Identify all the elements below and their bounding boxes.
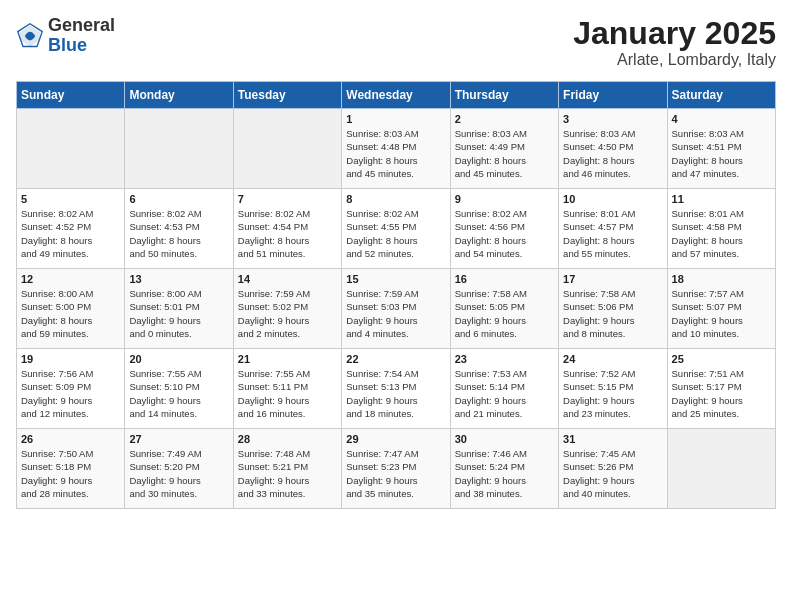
day-number: 9 bbox=[455, 193, 554, 205]
calendar-table: SundayMondayTuesdayWednesdayThursdayFrid… bbox=[16, 81, 776, 509]
day-info: Sunrise: 8:03 AM Sunset: 4:51 PM Dayligh… bbox=[672, 127, 771, 180]
day-number: 13 bbox=[129, 273, 228, 285]
weekday-header-tuesday: Tuesday bbox=[233, 82, 341, 109]
calendar-cell: 6Sunrise: 8:02 AM Sunset: 4:53 PM Daylig… bbox=[125, 189, 233, 269]
day-info: Sunrise: 7:49 AM Sunset: 5:20 PM Dayligh… bbox=[129, 447, 228, 500]
day-info: Sunrise: 7:58 AM Sunset: 5:06 PM Dayligh… bbox=[563, 287, 662, 340]
day-number: 3 bbox=[563, 113, 662, 125]
day-number: 4 bbox=[672, 113, 771, 125]
day-number: 20 bbox=[129, 353, 228, 365]
weekday-header-saturday: Saturday bbox=[667, 82, 775, 109]
weekday-header-friday: Friday bbox=[559, 82, 667, 109]
day-info: Sunrise: 8:02 AM Sunset: 4:56 PM Dayligh… bbox=[455, 207, 554, 260]
calendar-cell: 26Sunrise: 7:50 AM Sunset: 5:18 PM Dayli… bbox=[17, 429, 125, 509]
day-number: 7 bbox=[238, 193, 337, 205]
calendar-cell bbox=[125, 109, 233, 189]
day-info: Sunrise: 8:02 AM Sunset: 4:52 PM Dayligh… bbox=[21, 207, 120, 260]
day-info: Sunrise: 8:02 AM Sunset: 4:55 PM Dayligh… bbox=[346, 207, 445, 260]
day-info: Sunrise: 8:03 AM Sunset: 4:48 PM Dayligh… bbox=[346, 127, 445, 180]
day-info: Sunrise: 7:46 AM Sunset: 5:24 PM Dayligh… bbox=[455, 447, 554, 500]
calendar-cell: 29Sunrise: 7:47 AM Sunset: 5:23 PM Dayli… bbox=[342, 429, 450, 509]
weekday-header-monday: Monday bbox=[125, 82, 233, 109]
day-info: Sunrise: 7:57 AM Sunset: 5:07 PM Dayligh… bbox=[672, 287, 771, 340]
calendar-week-2: 5Sunrise: 8:02 AM Sunset: 4:52 PM Daylig… bbox=[17, 189, 776, 269]
calendar-cell: 7Sunrise: 8:02 AM Sunset: 4:54 PM Daylig… bbox=[233, 189, 341, 269]
logo-blue-text: Blue bbox=[48, 35, 87, 55]
day-info: Sunrise: 7:54 AM Sunset: 5:13 PM Dayligh… bbox=[346, 367, 445, 420]
day-info: Sunrise: 7:50 AM Sunset: 5:18 PM Dayligh… bbox=[21, 447, 120, 500]
calendar-cell: 3Sunrise: 8:03 AM Sunset: 4:50 PM Daylig… bbox=[559, 109, 667, 189]
day-number: 27 bbox=[129, 433, 228, 445]
day-number: 1 bbox=[346, 113, 445, 125]
calendar-cell: 23Sunrise: 7:53 AM Sunset: 5:14 PM Dayli… bbox=[450, 349, 558, 429]
day-number: 25 bbox=[672, 353, 771, 365]
calendar-cell: 15Sunrise: 7:59 AM Sunset: 5:03 PM Dayli… bbox=[342, 269, 450, 349]
day-info: Sunrise: 8:00 AM Sunset: 5:00 PM Dayligh… bbox=[21, 287, 120, 340]
day-info: Sunrise: 7:52 AM Sunset: 5:15 PM Dayligh… bbox=[563, 367, 662, 420]
day-number: 8 bbox=[346, 193, 445, 205]
day-number: 23 bbox=[455, 353, 554, 365]
day-number: 22 bbox=[346, 353, 445, 365]
calendar-cell: 17Sunrise: 7:58 AM Sunset: 5:06 PM Dayli… bbox=[559, 269, 667, 349]
day-number: 19 bbox=[21, 353, 120, 365]
logo-icon bbox=[16, 22, 44, 50]
day-info: Sunrise: 7:59 AM Sunset: 5:02 PM Dayligh… bbox=[238, 287, 337, 340]
weekday-header-wednesday: Wednesday bbox=[342, 82, 450, 109]
day-number: 30 bbox=[455, 433, 554, 445]
calendar-cell: 18Sunrise: 7:57 AM Sunset: 5:07 PM Dayli… bbox=[667, 269, 775, 349]
day-info: Sunrise: 7:58 AM Sunset: 5:05 PM Dayligh… bbox=[455, 287, 554, 340]
calendar-week-4: 19Sunrise: 7:56 AM Sunset: 5:09 PM Dayli… bbox=[17, 349, 776, 429]
day-number: 16 bbox=[455, 273, 554, 285]
logo: General Blue bbox=[16, 16, 115, 56]
day-info: Sunrise: 7:48 AM Sunset: 5:21 PM Dayligh… bbox=[238, 447, 337, 500]
logo-general-text: General bbox=[48, 15, 115, 35]
calendar-cell: 10Sunrise: 8:01 AM Sunset: 4:57 PM Dayli… bbox=[559, 189, 667, 269]
day-number: 24 bbox=[563, 353, 662, 365]
day-number: 5 bbox=[21, 193, 120, 205]
day-number: 15 bbox=[346, 273, 445, 285]
calendar-cell: 19Sunrise: 7:56 AM Sunset: 5:09 PM Dayli… bbox=[17, 349, 125, 429]
day-info: Sunrise: 7:47 AM Sunset: 5:23 PM Dayligh… bbox=[346, 447, 445, 500]
calendar-week-1: 1Sunrise: 8:03 AM Sunset: 4:48 PM Daylig… bbox=[17, 109, 776, 189]
calendar-cell: 14Sunrise: 7:59 AM Sunset: 5:02 PM Dayli… bbox=[233, 269, 341, 349]
day-number: 21 bbox=[238, 353, 337, 365]
day-number: 28 bbox=[238, 433, 337, 445]
calendar-cell: 13Sunrise: 8:00 AM Sunset: 5:01 PM Dayli… bbox=[125, 269, 233, 349]
day-info: Sunrise: 7:56 AM Sunset: 5:09 PM Dayligh… bbox=[21, 367, 120, 420]
weekday-header-sunday: Sunday bbox=[17, 82, 125, 109]
calendar-title: January 2025 bbox=[573, 16, 776, 51]
page-header: General Blue January 2025 Arlate, Lombar… bbox=[16, 16, 776, 69]
calendar-title-block: January 2025 Arlate, Lombardy, Italy bbox=[573, 16, 776, 69]
calendar-cell: 30Sunrise: 7:46 AM Sunset: 5:24 PM Dayli… bbox=[450, 429, 558, 509]
calendar-cell: 12Sunrise: 8:00 AM Sunset: 5:00 PM Dayli… bbox=[17, 269, 125, 349]
calendar-cell: 2Sunrise: 8:03 AM Sunset: 4:49 PM Daylig… bbox=[450, 109, 558, 189]
day-info: Sunrise: 7:59 AM Sunset: 5:03 PM Dayligh… bbox=[346, 287, 445, 340]
calendar-cell: 22Sunrise: 7:54 AM Sunset: 5:13 PM Dayli… bbox=[342, 349, 450, 429]
calendar-cell bbox=[667, 429, 775, 509]
day-number: 17 bbox=[563, 273, 662, 285]
day-info: Sunrise: 7:55 AM Sunset: 5:10 PM Dayligh… bbox=[129, 367, 228, 420]
day-number: 2 bbox=[455, 113, 554, 125]
calendar-cell: 5Sunrise: 8:02 AM Sunset: 4:52 PM Daylig… bbox=[17, 189, 125, 269]
day-number: 26 bbox=[21, 433, 120, 445]
day-info: Sunrise: 7:55 AM Sunset: 5:11 PM Dayligh… bbox=[238, 367, 337, 420]
day-number: 29 bbox=[346, 433, 445, 445]
calendar-cell: 11Sunrise: 8:01 AM Sunset: 4:58 PM Dayli… bbox=[667, 189, 775, 269]
day-number: 31 bbox=[563, 433, 662, 445]
calendar-cell: 25Sunrise: 7:51 AM Sunset: 5:17 PM Dayli… bbox=[667, 349, 775, 429]
day-info: Sunrise: 8:03 AM Sunset: 4:49 PM Dayligh… bbox=[455, 127, 554, 180]
day-info: Sunrise: 8:01 AM Sunset: 4:58 PM Dayligh… bbox=[672, 207, 771, 260]
calendar-cell: 4Sunrise: 8:03 AM Sunset: 4:51 PM Daylig… bbox=[667, 109, 775, 189]
calendar-cell: 28Sunrise: 7:48 AM Sunset: 5:21 PM Dayli… bbox=[233, 429, 341, 509]
day-info: Sunrise: 8:02 AM Sunset: 4:53 PM Dayligh… bbox=[129, 207, 228, 260]
calendar-cell: 8Sunrise: 8:02 AM Sunset: 4:55 PM Daylig… bbox=[342, 189, 450, 269]
calendar-cell bbox=[17, 109, 125, 189]
day-info: Sunrise: 8:03 AM Sunset: 4:50 PM Dayligh… bbox=[563, 127, 662, 180]
day-info: Sunrise: 8:01 AM Sunset: 4:57 PM Dayligh… bbox=[563, 207, 662, 260]
calendar-cell: 16Sunrise: 7:58 AM Sunset: 5:05 PM Dayli… bbox=[450, 269, 558, 349]
calendar-cell: 24Sunrise: 7:52 AM Sunset: 5:15 PM Dayli… bbox=[559, 349, 667, 429]
day-info: Sunrise: 7:45 AM Sunset: 5:26 PM Dayligh… bbox=[563, 447, 662, 500]
calendar-cell: 20Sunrise: 7:55 AM Sunset: 5:10 PM Dayli… bbox=[125, 349, 233, 429]
calendar-cell: 9Sunrise: 8:02 AM Sunset: 4:56 PM Daylig… bbox=[450, 189, 558, 269]
calendar-cell: 1Sunrise: 8:03 AM Sunset: 4:48 PM Daylig… bbox=[342, 109, 450, 189]
